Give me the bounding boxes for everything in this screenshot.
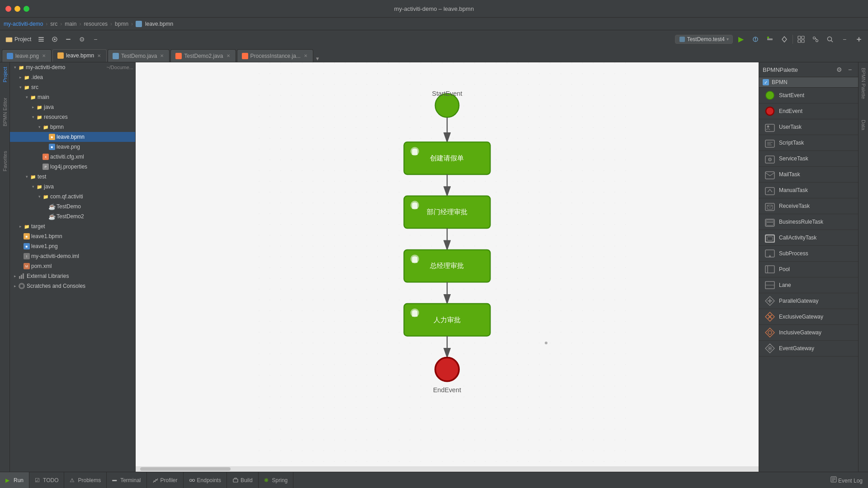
tree-external-libs[interactable]: External Libraries [10,271,135,281]
tab-close-testdemo2[interactable]: ✕ [226,53,231,59]
bottom-tab-todo[interactable]: ☑ TODO [29,472,64,488]
tab-testdemo2-java[interactable]: TestDemo2.java ✕ [170,49,236,62]
build-project-btn[interactable] [778,33,791,46]
palette-sub-process[interactable]: SubProcess [759,246,858,262]
breadcrumb-root[interactable]: my-activiti-demo [4,21,43,27]
tree-leave-bpmn[interactable]: ■ leave.bpmn [10,132,135,142]
breadcrumb-src[interactable]: src [50,21,57,27]
palette-settings-btn[interactable]: ⚙ [835,65,844,74]
coverage-button[interactable] [764,33,776,46]
palette-event-gateway[interactable]: EventGateway [759,341,858,357]
palette-service-task[interactable]: ServiceTask [759,151,858,167]
expand-btn[interactable] [62,33,75,46]
tree-leave1-bpmn[interactable]: ■ leave1.bpmn [10,231,135,241]
tree-activiti-cfg[interactable]: X activiti.cfg.xml [10,152,135,162]
tab-overflow[interactable]: ▾ [314,55,321,62]
tree-com-qf[interactable]: 📁 com.qf.activiti [10,192,135,202]
bottom-tab-problems[interactable]: ⚠ Problems [64,472,107,488]
bpmn-checkbox[interactable]: ✓ [763,79,769,85]
bpmn-diagram[interactable]: 创建请假单 部门经理审批 总经理审批 [136,62,759,472]
close-button[interactable] [5,6,11,12]
vtab-project[interactable]: Project [1,65,9,84]
breadcrumb-main[interactable]: main [65,21,76,27]
run-button[interactable]: ▶ [735,33,747,46]
palette-exclusive-gateway[interactable]: ExclusiveGateway [759,309,858,325]
tab-processinstance-java[interactable]: ProcessInstance.ja... ✕ [237,49,313,62]
breadcrumb-resources[interactable]: resources [84,21,108,27]
tab-close-bpmn[interactable]: ✕ [96,53,102,59]
scrollbar-thumb[interactable] [140,467,231,471]
tree-label-log4j: log4j.properties [50,164,133,170]
tree-test-java[interactable]: 📁 java [10,182,135,192]
tree-testdemo[interactable]: ☕ TestDemo [10,202,135,211]
palette-lane[interactable]: Lane [759,277,858,293]
bottom-tab-build[interactable]: Build [227,472,259,488]
palette-manual-task[interactable]: ManualTask [759,183,858,198]
palette-label-event-gw: EventGateway [779,345,814,352]
palette-collapse-btn[interactable]: − [845,65,854,74]
search-btn[interactable] [824,33,836,46]
tab-close-png[interactable]: ✕ [41,53,47,59]
tree-iml[interactable]: I my-activiti-demo.iml [10,251,135,261]
bottom-tab-endpoints[interactable]: Endpoints [184,472,227,488]
vtab-bpmn-editor[interactable]: BPMN Editor [1,96,9,128]
palette-mail-task[interactable]: MailTask [759,167,858,183]
tab-close-processinstance[interactable]: ✕ [303,53,308,59]
palette-call-activity-task[interactable]: CallActivityTask [759,230,858,246]
arrow-target [17,223,24,230]
tree-target[interactable]: 📁 target [10,221,135,231]
event-log-btn[interactable]: Event Log [830,476,863,484]
run-config-selector[interactable]: TestDemo.test4 ▾ [675,35,733,44]
tab-close-testdemo[interactable]: ✕ [159,53,165,59]
bpmn-canvas-area[interactable]: 创建请假单 部门经理审批 总经理审批 [136,62,759,472]
vtab-bpmn-palette[interactable]: BPMN Palette [860,66,867,101]
vtab-data[interactable]: Data [860,118,867,132]
tree-leave1-png[interactable]: ■ leave1.png [10,241,135,251]
breadcrumb-bpmn[interactable]: bpmn [115,21,128,27]
palette-pool[interactable]: Pool [759,262,858,277]
tree-testdemo2[interactable]: ☕ TestDemo2 [10,211,135,221]
zoom-in-btn[interactable] [853,33,865,46]
palette-user-task[interactable]: UserTask [759,119,858,135]
tree-java[interactable]: 📁 java [10,102,135,112]
tree-resources[interactable]: 📁 resources [10,112,135,122]
tree-src[interactable]: 📁 src [10,82,135,92]
canvas-scrollbar-h[interactable] [136,466,759,472]
tab-testdemo-java[interactable]: TestDemo.java ✕ [108,49,170,62]
tree-main[interactable]: 📁 main [10,92,135,102]
palette-parallel-gateway[interactable]: ParallelGateway [759,293,858,309]
palette-inclusive-gateway[interactable]: InclusiveGateway [759,325,858,341]
vcs-btn[interactable] [809,33,822,46]
bottom-tab-terminal[interactable]: ▬ Terminal [107,472,146,488]
tab-leave-bpmn[interactable]: leave.bpmn ✕ [52,49,107,62]
debug-button[interactable] [749,33,762,46]
tree-pom[interactable]: M pom.xml [10,261,135,271]
collapse-btn[interactable]: − [89,33,102,46]
maximize-button[interactable] [24,6,29,12]
bottom-tab-spring[interactable]: ❋ Spring [259,472,294,488]
tree-root[interactable]: 📁 my-activiti-demo ~/Docume... [10,62,135,72]
zoom-out-btn[interactable]: − [838,33,851,46]
nav-bar-btn[interactable] [35,33,47,46]
tree-scratches[interactable]: Scratches and Consoles [10,281,135,291]
tree-leave-png[interactable]: ■ leave.png [10,142,135,152]
project-icon-btn[interactable]: Project [3,33,34,46]
palette-script-task[interactable]: ScriptTask [759,135,858,151]
settings-btn[interactable]: ⚙ [75,33,88,46]
bottom-tab-run[interactable]: ▶ Run [0,472,29,488]
layout-btn[interactable] [795,33,807,46]
tree-bpmn-folder[interactable]: 📁 bpmn [10,122,135,132]
palette-start-event[interactable]: StartEvent [759,88,858,103]
minimize-button[interactable] [14,6,20,12]
tree-log4j[interactable]: P log4j.properties [10,162,135,172]
bottom-tab-profiler[interactable]: Profiler [147,472,184,488]
palette-business-rule-task[interactable]: BusinessRuleTask [759,214,858,230]
vtab-favorites[interactable]: Favorites [1,149,9,173]
tab-leave-png[interactable]: leave.png ✕ [2,49,52,62]
palette-receive-task[interactable]: ReceiveTask [759,198,858,214]
tree-idea[interactable]: 📁 .idea [10,72,135,82]
palette-end-event[interactable]: EndEvent [759,103,858,119]
tree-test[interactable]: 📁 test [10,172,135,182]
breadcrumb-file[interactable]: leave.bpmn [145,21,173,27]
scroll-to-btn[interactable] [48,33,61,46]
